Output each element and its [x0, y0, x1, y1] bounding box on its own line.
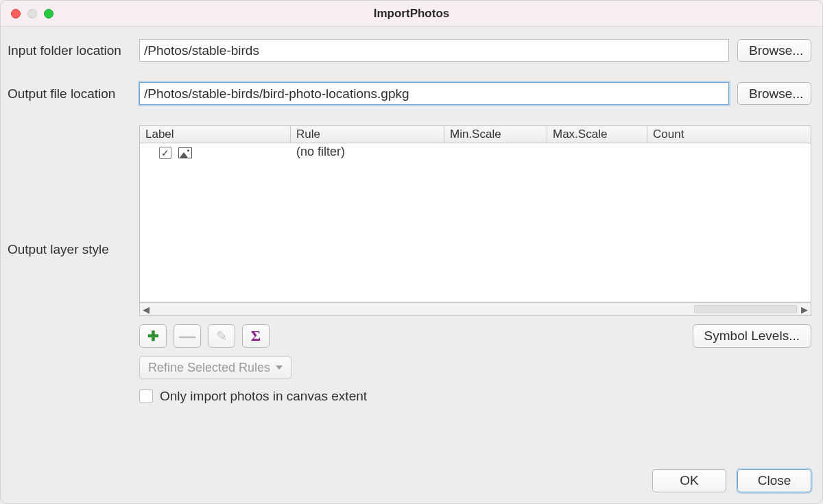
output-file-browse-button[interactable]: Browse...	[737, 82, 811, 105]
input-folder-field[interactable]	[139, 39, 729, 62]
rule-checkbox-icon[interactable]: ✓	[159, 147, 171, 159]
close-button[interactable]: Close	[737, 469, 811, 492]
output-layer-style-body: Label Rule Min.Scale Max.Scale Count ✓ (…	[139, 125, 811, 404]
output-file-field[interactable]	[139, 82, 729, 105]
scroll-track[interactable]	[154, 305, 797, 313]
col-header-count[interactable]: Count	[647, 126, 811, 143]
count-features-button[interactable]: Σ	[242, 324, 270, 348]
rule-row[interactable]: ✓ (no filter)	[140, 143, 811, 163]
col-header-rule[interactable]: Rule	[291, 126, 444, 143]
input-folder-row: Input folder location Browse...	[8, 39, 811, 62]
canvas-extent-checkbox[interactable]	[139, 389, 153, 403]
col-header-minscale[interactable]: Min.Scale	[444, 126, 547, 143]
scroll-right-icon[interactable]: ▶	[801, 304, 808, 315]
dialog-body: Input folder location Browse... Output f…	[1, 27, 822, 415]
chevron-down-icon	[276, 365, 283, 370]
ok-button[interactable]: OK	[652, 469, 726, 492]
col-header-label[interactable]: Label	[140, 126, 291, 143]
canvas-extent-label: Only import photos in canvas extent	[160, 389, 367, 404]
rule-filter-text: (no filter)	[291, 143, 444, 163]
col-header-maxscale[interactable]: Max.Scale	[547, 126, 647, 143]
scroll-left-icon[interactable]: ◀	[143, 304, 150, 315]
dialog-footer: OK Close	[652, 469, 811, 492]
output-layer-style-label: Output layer style	[8, 125, 139, 257]
minus-icon: —	[179, 326, 195, 346]
rules-toolbar: ✚ — ✎ Σ Symbol Levels...	[139, 324, 811, 348]
rule-maxscale-cell	[547, 143, 647, 163]
add-rule-button[interactable]: ✚	[139, 324, 167, 348]
input-folder-label: Input folder location	[8, 43, 139, 58]
canvas-extent-row: Only import photos in canvas extent	[139, 389, 811, 404]
rule-minscale-cell	[444, 143, 547, 163]
rules-table-hscrollbar[interactable]: ◀ ▶	[139, 302, 811, 316]
refine-selected-rules-label: Refine Selected Rules	[148, 361, 270, 375]
plus-icon: ✚	[147, 328, 159, 344]
rule-count-cell	[647, 143, 811, 163]
import-photos-dialog: ImportPhotos Input folder location Brows…	[0, 0, 823, 504]
rules-table: Label Rule Min.Scale Max.Scale Count ✓ (…	[139, 125, 811, 302]
titlebar: ImportPhotos	[1, 1, 822, 27]
scroll-thumb[interactable]	[694, 305, 797, 313]
remove-rule-button[interactable]: —	[174, 324, 201, 348]
output-file-row: Output file location Browse...	[8, 82, 811, 105]
rule-symbol-preview-icon	[178, 147, 192, 158]
sigma-icon: Σ	[251, 327, 261, 345]
input-folder-browse-button[interactable]: Browse...	[737, 39, 811, 62]
pencil-icon: ✎	[216, 328, 228, 344]
refine-row: Refine Selected Rules	[139, 356, 811, 379]
symbol-levels-button[interactable]: Symbol Levels...	[693, 324, 811, 348]
output-layer-style-section: Output layer style Label Rule Min.Scale …	[8, 125, 811, 404]
refine-selected-rules-dropdown[interactable]: Refine Selected Rules	[139, 356, 291, 379]
edit-rule-button[interactable]: ✎	[208, 324, 235, 348]
rules-table-header: Label Rule Min.Scale Max.Scale Count	[140, 126, 811, 143]
output-file-label: Output file location	[8, 86, 139, 101]
window-title: ImportPhotos	[1, 7, 822, 21]
